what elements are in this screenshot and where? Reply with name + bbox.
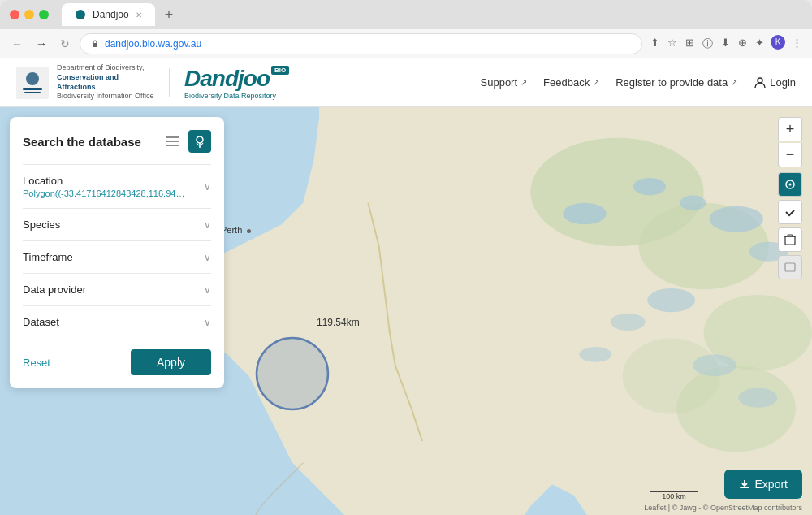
svg-point-17: [680, 195, 706, 210]
timeframe-filter-label: Timeframe: [23, 251, 73, 263]
list-icon: [166, 136, 179, 146]
puzzle-icon[interactable]: ⊕: [736, 35, 749, 53]
zoom-out-button[interactable]: −: [778, 143, 802, 167]
grid-icon[interactable]: ⊞: [684, 35, 696, 53]
search-panel: Search the database Location Polygon((-3…: [10, 117, 224, 388]
feedback-link[interactable]: Feedback ↗: [543, 76, 599, 89]
dept-line2: Conservation and Attractions: [57, 73, 154, 92]
search-panel-title: Search the database: [23, 135, 141, 149]
map-pin-icon: [194, 135, 205, 148]
svg-point-20: [647, 288, 695, 312]
login-button[interactable]: Login: [754, 76, 796, 89]
register-external-icon: ↗: [731, 78, 737, 87]
rect-tool-button[interactable]: [778, 255, 802, 279]
map-tools: [778, 172, 802, 279]
delete-tool-button[interactable]: [778, 227, 802, 252]
apply-button[interactable]: Apply: [131, 349, 211, 375]
svg-point-21: [611, 314, 646, 331]
check-icon: [784, 206, 797, 219]
svg-point-0: [76, 10, 85, 19]
svg-point-35: [197, 136, 203, 143]
feedback-label: Feedback: [543, 76, 590, 89]
search-panel-icons: [161, 130, 211, 153]
back-button[interactable]: ←: [8, 36, 26, 52]
svg-rect-5: [24, 92, 41, 93]
circle-marker-container: 119.54km: [252, 333, 333, 418]
lock-icon: [90, 39, 100, 49]
svg-point-14: [623, 338, 720, 413]
reset-button[interactable]: Reset: [23, 357, 50, 369]
download-icon[interactable]: ⬇: [719, 35, 732, 53]
person-icon: [754, 76, 767, 89]
svg-point-24: [579, 347, 611, 362]
svg-rect-1: [93, 43, 97, 47]
feedback-external-icon: ↗: [593, 78, 599, 87]
support-external-icon: ↗: [520, 78, 527, 87]
minimize-dot[interactable]: [24, 10, 34, 19]
species-filter[interactable]: Species ∨: [23, 208, 211, 240]
svg-point-6: [758, 78, 762, 83]
forward-button[interactable]: →: [32, 36, 50, 52]
location-filter[interactable]: Location Polygon((-33.41716412843428,116…: [23, 164, 211, 208]
svg-rect-28: [785, 236, 795, 245]
location-filter-value: Polygon((-33.41716412843428,116.94169521…: [23, 188, 185, 198]
scale-bar: 100 km: [650, 491, 698, 500]
dept-logo-icon: [16, 67, 49, 99]
list-view-button[interactable]: [161, 130, 184, 153]
reload-button[interactable]: ↻: [57, 36, 73, 52]
check-tool-button[interactable]: [778, 200, 802, 224]
svg-rect-4: [23, 88, 42, 90]
star-icon[interactable]: ☆: [666, 35, 679, 53]
svg-point-16: [633, 178, 666, 195]
export-label: Export: [755, 478, 788, 491]
dataset-filter[interactable]: Dataset ∨: [23, 305, 211, 338]
scale-bar-label: 100 km: [650, 492, 698, 500]
timeframe-filter[interactable]: Timeframe ∨: [23, 240, 211, 273]
data-provider-filter[interactable]: Data provider ∨: [23, 273, 211, 305]
zoom-in-button[interactable]: +: [778, 117, 802, 141]
new-tab-button[interactable]: +: [165, 7, 174, 22]
brand-name: Dandjoo: [184, 66, 270, 92]
svg-point-27: [789, 184, 792, 186]
login-label: Login: [770, 76, 796, 89]
map-attribution: Leaflet | © Jawg - © OpenStreetMap contr…: [644, 504, 802, 512]
circle-tool-button[interactable]: [778, 172, 802, 197]
dept-line3: Biodiversity Information Office: [57, 92, 154, 102]
zoom-controls: + −: [778, 117, 802, 167]
brand-subtitle: Biodiversity Data Repository: [184, 92, 289, 100]
svg-rect-30: [785, 263, 795, 271]
distance-label: 119.54km: [317, 317, 360, 328]
maximize-dot[interactable]: [39, 10, 49, 19]
close-dot[interactable]: [10, 10, 19, 19]
svg-point-18: [709, 206, 763, 232]
export-button[interactable]: Export: [724, 470, 802, 499]
address-text: dandjoo.bio.wa.gov.au: [105, 38, 632, 50]
map-view-button[interactable]: [188, 130, 211, 153]
logo-divider: [169, 68, 170, 97]
svg-point-22: [693, 354, 736, 376]
tab-close-icon[interactable]: ✕: [136, 11, 142, 19]
brand-area: Dandjoo BIO Biodiversity Data Repository: [184, 66, 289, 100]
tab-title: Dandjoo: [93, 9, 129, 20]
register-link[interactable]: Register to provide data ↗: [615, 76, 737, 89]
timeframe-chevron-icon: ∨: [204, 252, 211, 263]
trash-icon: [784, 233, 796, 246]
info-icon[interactable]: ⓘ: [701, 35, 715, 53]
circle-marker: [252, 333, 333, 414]
profile-icon[interactable]: K: [771, 35, 785, 50]
rect-draw-icon: [784, 262, 797, 273]
dept-line1: Department of Biodiversity,: [57, 63, 154, 73]
extensions-icon[interactable]: ✦: [754, 35, 766, 53]
brand-badge: BIO: [271, 66, 289, 75]
support-link[interactable]: Support ↗: [481, 76, 528, 89]
menu-icon[interactable]: ⋮: [790, 35, 804, 53]
export-icon: [739, 478, 750, 490]
favicon-icon: [75, 9, 86, 20]
data-provider-filter-label: Data provider: [23, 283, 86, 296]
dataset-chevron-icon: ∨: [204, 317, 211, 328]
species-chevron-icon: ∨: [204, 219, 211, 231]
address-bar[interactable]: dandjoo.bio.wa.gov.au: [80, 33, 642, 54]
browser-tab[interactable]: Dandjoo ✕: [62, 3, 155, 26]
bookmark-icon[interactable]: ⬆: [649, 35, 661, 53]
logo-area: Department of Biodiversity, Conservation…: [16, 63, 289, 102]
